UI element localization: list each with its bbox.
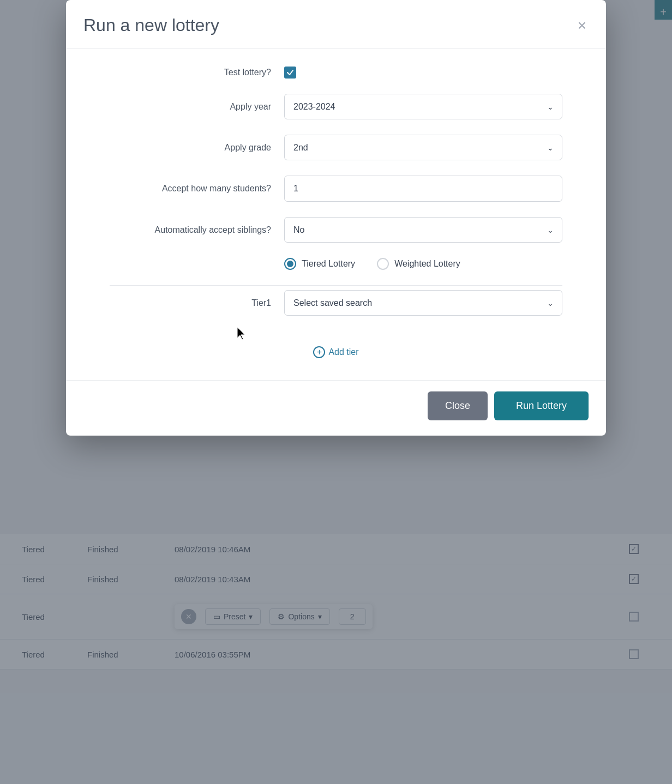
auto-accept-control: No Yes ⌄ bbox=[284, 217, 562, 243]
apply-year-control: 2023-2024 2022-2023 2024-2025 ⌄ bbox=[284, 94, 562, 119]
apply-grade-row: Apply grade 2nd 1st 3rd K ⌄ bbox=[110, 135, 562, 160]
apply-year-select[interactable]: 2023-2024 2022-2023 2024-2025 bbox=[284, 94, 562, 119]
weighted-lottery-label: Weighted Lottery bbox=[394, 259, 460, 269]
modal-close-button[interactable]: × bbox=[575, 16, 589, 35]
auto-accept-row: Automatically accept siblings? No Yes ⌄ bbox=[110, 217, 562, 243]
test-lottery-checkbox[interactable] bbox=[284, 67, 296, 79]
modal-footer: Close Run Lottery bbox=[66, 380, 606, 436]
weighted-radio-button[interactable] bbox=[377, 258, 389, 270]
apply-grade-wrapper: 2nd 1st 3rd K ⌄ bbox=[284, 135, 562, 160]
test-lottery-label: Test lottery? bbox=[110, 68, 284, 77]
tier1-wrapper: Select saved search ⌄ bbox=[284, 290, 562, 316]
accept-students-input[interactable] bbox=[284, 176, 562, 202]
modal-dialog: Run a new lottery × Test lottery? Apply … bbox=[66, 0, 606, 436]
apply-year-label: Apply year bbox=[110, 102, 284, 112]
add-tier-button[interactable]: + Add tier bbox=[313, 346, 358, 358]
tiered-lottery-label: Tiered Lottery bbox=[302, 259, 355, 269]
tier1-row: Tier1 Select saved search ⌄ bbox=[110, 290, 562, 316]
apply-grade-label: Apply grade bbox=[110, 143, 284, 153]
add-tier-label: Add tier bbox=[328, 347, 358, 357]
auto-accept-label: Automatically accept siblings? bbox=[110, 225, 284, 235]
tier1-select[interactable]: Select saved search bbox=[284, 290, 562, 316]
tier1-label: Tier1 bbox=[110, 298, 284, 308]
tier1-control: Select saved search ⌄ bbox=[284, 290, 562, 316]
test-lottery-control bbox=[284, 67, 562, 79]
accept-students-control bbox=[284, 176, 562, 202]
lottery-type-row: Tiered Lottery Weighted Lottery bbox=[110, 258, 562, 286]
modal-header: Run a new lottery × bbox=[66, 0, 606, 49]
auto-accept-select[interactable]: No Yes bbox=[284, 217, 562, 243]
apply-grade-control: 2nd 1st 3rd K ⌄ bbox=[284, 135, 562, 160]
apply-year-row: Apply year 2023-2024 2022-2023 2024-2025… bbox=[110, 94, 562, 119]
add-tier-row: + Add tier bbox=[110, 331, 562, 363]
apply-grade-select[interactable]: 2nd 1st 3rd K bbox=[284, 135, 562, 160]
test-lottery-row: Test lottery? bbox=[110, 67, 562, 79]
tiered-radio-inner bbox=[287, 261, 293, 267]
checkmark-icon bbox=[286, 69, 294, 76]
tiered-radio-button[interactable] bbox=[284, 258, 296, 270]
tiered-lottery-option[interactable]: Tiered Lottery bbox=[284, 258, 355, 270]
weighted-lottery-option[interactable]: Weighted Lottery bbox=[377, 258, 460, 270]
accept-students-label: Accept how many students? bbox=[110, 184, 284, 194]
auto-accept-wrapper: No Yes ⌄ bbox=[284, 217, 562, 243]
add-tier-icon: + bbox=[313, 346, 325, 358]
apply-year-wrapper: 2023-2024 2022-2023 2024-2025 ⌄ bbox=[284, 94, 562, 119]
modal-overlay: Run a new lottery × Test lottery? Apply … bbox=[0, 0, 672, 784]
accept-students-row: Accept how many students? bbox=[110, 176, 562, 202]
close-button[interactable]: Close bbox=[428, 391, 488, 420]
modal-title: Run a new lottery bbox=[83, 15, 219, 35]
run-lottery-button[interactable]: Run Lottery bbox=[494, 391, 589, 420]
modal-body: Test lottery? Apply year 2023-2024 bbox=[66, 49, 606, 380]
lottery-type-group: Tiered Lottery Weighted Lottery bbox=[284, 258, 562, 270]
